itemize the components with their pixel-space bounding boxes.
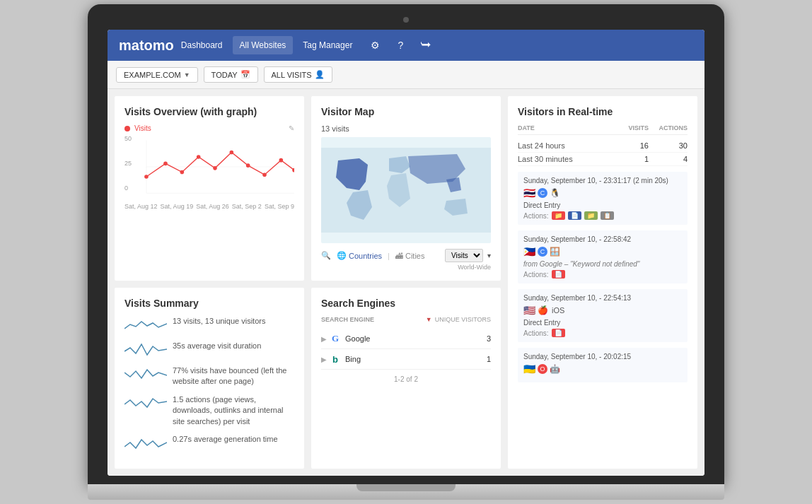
se-sort-arrow-icon: ▼ [426, 316, 432, 323]
chart-point [197, 155, 201, 159]
visits-line [146, 152, 294, 177]
x-label-3: Sat, Sep 2 [232, 203, 262, 210]
se-google-count: 3 [487, 334, 491, 343]
visits-chart-svg [124, 135, 294, 199]
se-google-name[interactable]: Google [345, 334, 487, 343]
sparkline-visits-icon [124, 316, 167, 334]
y-label-50: 50 [124, 135, 132, 142]
chart-point [213, 166, 217, 170]
summary-item-duration: 35s average visit duration [124, 341, 294, 358]
chart-point [180, 170, 185, 175]
rt-summary-row-30m: Last 30 minutes 1 4 [518, 153, 688, 166]
date-selector[interactable]: TODAY 📅 [204, 66, 258, 83]
rt-actions-2: Actions: 📄 [523, 270, 682, 279]
main-content: Visits Overview (with graph) Visits ✎ 50… [108, 89, 704, 476]
y-label-25: 25 [124, 160, 132, 167]
nav-dashboard[interactable]: Dashboard [174, 36, 230, 54]
navbar: matomo Dashboard All Websites Tag Manage… [108, 30, 704, 61]
summary-generation-text: 0.27s average generation time [173, 434, 278, 445]
search-engines-title: Search Engines [321, 298, 491, 309]
action-icon-page: 📄 [568, 211, 581, 220]
rt-actions-label-2: Actions: [523, 271, 549, 279]
chart-point [163, 162, 168, 166]
visitor-map-panel: Visitor Map 13 visits [311, 96, 501, 281]
visits-legend-dot-icon [124, 126, 130, 131]
settings-icon[interactable]: ⚙ [365, 35, 385, 55]
rt-actions-label-1: Actions: [523, 212, 549, 220]
rt-date-header: DATE [518, 124, 613, 131]
chart-point [262, 172, 267, 177]
se-bing-count: 1 [487, 355, 491, 363]
se-bing-name[interactable]: Bing [345, 355, 487, 363]
action-icon-folder: 📁 [552, 211, 565, 220]
bing-icon: b [330, 353, 341, 365]
summary-bounce-text: 77% visits have bounced (left the websit… [173, 365, 294, 387]
laptop-base [88, 484, 724, 500]
nav-tag-manager[interactable]: Tag Manager [296, 36, 359, 54]
chart-x-labels: Sat, Aug 12 Sat, Aug 19 Sat, Aug 26 Sat,… [124, 203, 294, 210]
rt-visit-block-4: Sunday, September 10, - 20:02:15 🇺🇦 O 🤖 [518, 348, 688, 382]
opera-icon: O [538, 364, 547, 374]
map-controls: 🔍 🌐 Countries | 🏙 Cities Visits [321, 249, 491, 262]
map-container[interactable] [321, 137, 491, 243]
logout-icon[interactable]: ⮩ [416, 35, 436, 55]
visits-select[interactable]: Visits [445, 249, 483, 262]
chrome-icon-2: C [538, 247, 547, 257]
se-table-header: SEARCH ENGINE ▼ UNIQUE VISITORS [321, 316, 491, 323]
navbar-links: Dashboard All Websites Tag Manager [174, 36, 360, 54]
help-icon[interactable]: ? [390, 35, 410, 55]
realtime-title: Visitors in Real-time [518, 106, 688, 117]
summary-visits-text: 13 visits, 13 unique visitors [173, 316, 265, 327]
search-icon: 🔍 [321, 251, 331, 260]
rt-visit-flags-3: 🇺🇸 🍎 iOS [523, 305, 682, 316]
search-engines-panel: Search Engines SEARCH ENGINE ▼ UNIQUE VI… [311, 288, 501, 469]
rt-entry-type-3: Direct Entry [523, 319, 682, 327]
linux-icon: 🐧 [550, 188, 560, 198]
map-tab-cities[interactable]: 🏙 Cities [395, 252, 425, 260]
flag-thailand: 🇹🇭 [523, 187, 535, 199]
svg-point-0 [124, 126, 130, 131]
action-icon-other: 📋 [601, 211, 614, 220]
visits-selector[interactable]: ALL VISITS 👤 [264, 66, 332, 83]
globe-icon: 🌐 [337, 251, 347, 260]
realtime-panel: Visitors in Real-time DATE VISITS ACTION… [508, 96, 697, 469]
x-label-1: Sat, Aug 19 [161, 203, 194, 210]
summary-item-bounce: 77% visits have bounced (left the websit… [124, 365, 294, 387]
apple-icon: 🍎 [538, 305, 548, 315]
rt-visit-flags-4: 🇺🇦 O 🤖 [523, 363, 682, 375]
se-row-google: ▶ G Google 3 [321, 329, 491, 349]
rt-summary-row-24h: Last 24 hours 16 30 [518, 139, 688, 153]
cities-tab-label: Cities [405, 252, 425, 260]
map-tab-countries[interactable]: 🌐 Countries [337, 251, 382, 260]
site-label: EXAMPLE.COM [124, 71, 181, 79]
action-icon-folder2: 📁 [584, 211, 598, 220]
visits-overview-panel: Visits Overview (with graph) Visits ✎ 50… [115, 96, 304, 281]
laptop-screen: matomo Dashboard All Websites Tag Manage… [108, 30, 704, 476]
action-icon-page2: 📄 [552, 270, 565, 279]
se-col-search-engine: SEARCH ENGINE [321, 316, 374, 323]
rt-visit-block-3: Sunday, September 10, - 22:54:13 🇺🇸 🍎 iO… [518, 289, 688, 342]
map-region-arrow: ▾ [487, 252, 491, 259]
chart-point [144, 175, 149, 179]
sparkline-duration-icon [124, 341, 167, 358]
se-google-expand-icon[interactable]: ▶ [321, 335, 327, 343]
y-label-0: 0 [124, 184, 132, 192]
rt-actions-1: Actions: 📁 📄 📁 📋 [523, 211, 682, 220]
visits-label: ALL VISITS [272, 71, 312, 79]
sparkline-actions-icon [124, 394, 167, 412]
tab-divider: | [388, 252, 390, 260]
summary-item-visits: 13 visits, 13 unique visitors [124, 316, 294, 334]
se-pagination: 1-2 of 2 [321, 375, 491, 383]
rt-actions-label-3: Actions: [523, 329, 549, 337]
visits-summary-title: Visits Summary [124, 298, 294, 309]
rt-30m-visits: 1 [613, 155, 649, 163]
chart-edit-icon[interactable]: ✎ [289, 124, 294, 132]
android-icon: 🤖 [550, 364, 560, 374]
world-map-svg [321, 137, 491, 243]
se-bing-expand-icon[interactable]: ▶ [321, 356, 327, 363]
nav-all-websites[interactable]: All Websites [233, 36, 294, 54]
rt-visit-flags-2: 🇵🇭 C 🪟 [523, 246, 682, 257]
se-row-bing: ▶ b Bing 1 [321, 349, 491, 370]
site-selector[interactable]: EXAMPLE.COM ▼ [116, 67, 198, 83]
flag-ukraine: 🇺🇦 [523, 363, 535, 375]
